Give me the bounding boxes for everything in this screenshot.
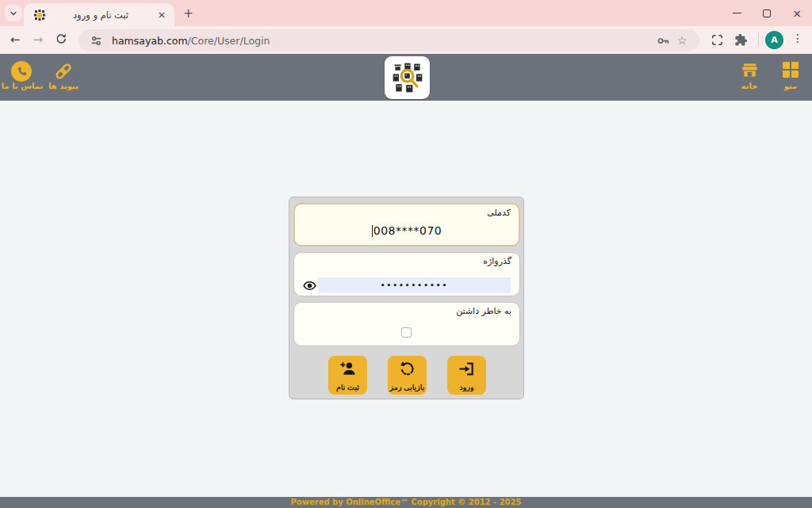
hamsayab-logo-icon <box>389 60 426 95</box>
extensions-button[interactable] <box>734 33 748 50</box>
text-caret <box>372 225 373 237</box>
link-icon <box>53 61 74 82</box>
url-text[interactable]: hamsayab.com/Core/User/Login <box>112 35 653 47</box>
password-recovery-button[interactable]: بازیابی رمز <box>388 356 427 395</box>
password-masked-value: ••••••••••• <box>381 282 448 289</box>
home-button[interactable] <box>741 61 759 82</box>
register-button[interactable]: ثبت نام <box>328 356 367 395</box>
address-bar[interactable]: hamsayab.com/Core/User/Login ☆ <box>79 29 699 52</box>
window-controls: × <box>722 0 812 26</box>
window-maximize-button[interactable] <box>752 0 782 26</box>
url-domain: hamsayab.com <box>112 35 188 47</box>
maximize-icon <box>763 10 771 17</box>
show-password-eye-icon[interactable] <box>303 279 316 292</box>
close-icon: × <box>792 7 802 20</box>
national-id-field[interactable]: کدملی 008****070 <box>293 203 520 246</box>
recovery-button-label: بازیابی رمز <box>390 384 425 392</box>
site-logo <box>385 56 430 99</box>
login-arrow-icon <box>458 360 476 378</box>
menu-label[interactable]: منو <box>768 82 812 90</box>
password-key-icon[interactable] <box>653 34 672 48</box>
national-id-input[interactable]: 008****070 <box>295 224 519 237</box>
tab-title: ثبت نام و ورود <box>46 10 155 21</box>
back-button[interactable]: ← <box>7 32 23 48</box>
password-label: گذرواژه <box>483 256 511 266</box>
national-id-value: 008****070 <box>373 224 442 237</box>
grid-square <box>791 62 799 69</box>
national-id-label: کدملی <box>487 208 511 218</box>
grid-square <box>791 71 799 78</box>
menu-button[interactable] <box>783 62 799 78</box>
login-card: کدملی 008****070 گذرواژه ••••••••••• به … <box>289 197 524 399</box>
grid-square <box>783 62 790 69</box>
remember-label: به خاطر داشتن <box>456 306 511 316</box>
register-button-label: ثبت نام <box>336 384 359 392</box>
minimize-icon <box>733 13 741 14</box>
remember-field: به خاطر داشتن <box>293 302 520 346</box>
grid-square <box>783 71 790 78</box>
forward-button[interactable]: → <box>30 32 46 48</box>
login-button[interactable]: ورود <box>447 356 486 395</box>
home-label[interactable]: خانه <box>727 82 772 90</box>
storefront-icon <box>741 61 759 79</box>
browser-menu-button[interactable]: ⋮ <box>792 32 803 44</box>
profile-avatar[interactable]: A <box>765 31 783 49</box>
tab-search-button[interactable] <box>5 5 22 21</box>
person-add-icon <box>339 360 357 378</box>
tab-close-icon[interactable]: × <box>155 9 168 21</box>
new-tab-button[interactable]: + <box>181 6 196 21</box>
site-footer: Powered by OnlineOffice™ Copyright © 201… <box>0 497 812 508</box>
toolbar-divider <box>758 33 759 46</box>
window-minimize-button[interactable] <box>722 0 752 26</box>
reload-button[interactable] <box>53 32 69 48</box>
restore-icon <box>398 360 416 378</box>
tune-icon[interactable] <box>86 34 105 48</box>
links-label[interactable]: پیوند ها <box>41 82 86 90</box>
url-path: /Core/User/Login <box>188 35 270 47</box>
copyright-text: Powered by OnlineOffice™ Copyright © 201… <box>291 498 522 507</box>
window-close-button[interactable]: × <box>782 0 812 26</box>
password-input[interactable]: ••••••••••• <box>318 277 511 293</box>
remember-checkbox[interactable] <box>401 327 412 338</box>
bookmark-star-icon[interactable]: ☆ <box>672 34 691 47</box>
screenshot-frame-button[interactable] <box>710 33 724 50</box>
site-favicon-icon <box>33 9 46 21</box>
contact-label[interactable]: تماس با ما <box>0 82 44 90</box>
reload-icon <box>55 32 68 46</box>
login-button-label: ورود <box>460 384 474 392</box>
phone-icon <box>16 66 28 78</box>
titlebar: ثبت نام و ورود × + × <box>0 0 812 26</box>
password-field[interactable]: گذرواژه ••••••••••• <box>293 252 520 296</box>
active-tab[interactable]: ثبت نام و ورود × <box>24 3 174 26</box>
frame-icon <box>710 33 724 47</box>
chevron-down-icon <box>9 9 18 18</box>
contact-button[interactable] <box>11 61 32 82</box>
puzzle-icon <box>734 33 748 47</box>
browser-window: ثبت نام و ورود × + × ← → hamsayab.com/Co… <box>0 0 812 508</box>
